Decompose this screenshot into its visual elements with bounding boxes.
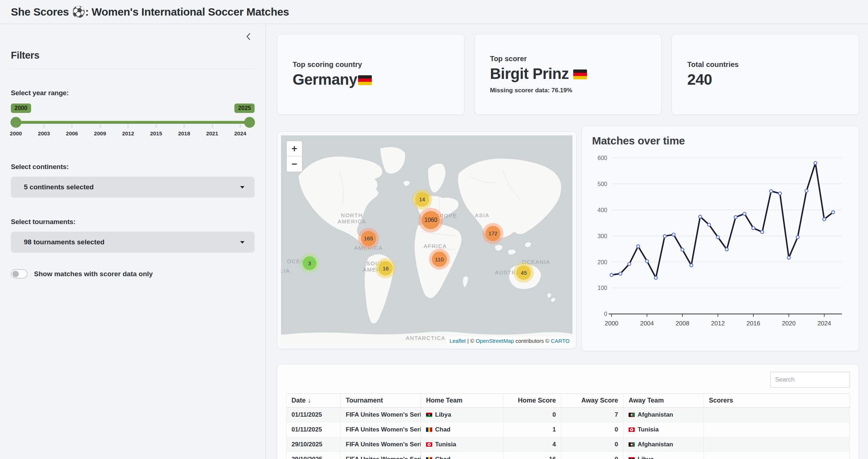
svg-text:100: 100 — [597, 285, 607, 291]
carto-link[interactable]: CARTO — [551, 338, 570, 344]
map-cluster-165[interactable]: 165 — [358, 228, 379, 249]
table-row: 01/11/2025FIFA Unites Women's SeriesChad… — [286, 422, 850, 437]
filters-title: Filters — [11, 50, 255, 61]
toggle-knob — [12, 271, 19, 277]
slider-tick-label: 2021 — [206, 130, 218, 136]
map-card: + − 14106016517211016345 NORTH AMERICAEU… — [277, 131, 576, 349]
svg-text:500: 500 — [597, 181, 607, 187]
top-scoring-country-value: Germany — [293, 71, 357, 88]
table-row: 29/10/2025FIFA Unites Women's SeriesTuni… — [286, 437, 850, 452]
chad-flag-icon — [426, 457, 432, 459]
chart-title: Matches over time — [592, 135, 848, 147]
table-row: 29/10/2025FIFA Unites Women's SeriesChad… — [286, 452, 850, 459]
slider-tick — [128, 125, 128, 128]
map-cluster-14[interactable]: 14 — [412, 189, 432, 210]
app-header: She Scores ⚽: Women's International Socc… — [0, 0, 868, 24]
cluster-count: 1060 — [422, 211, 440, 229]
slider-tick — [72, 125, 72, 128]
map-cluster-172[interactable]: 172 — [482, 223, 503, 244]
openstreetmap-link[interactable]: OpenStreetMap — [476, 338, 514, 344]
top-scorer-card: Top scorer Birgit Prinz Missing scorer d… — [475, 34, 662, 115]
cluster-count: 172 — [485, 226, 501, 241]
missing-scorer-note: Missing scorer data: 76.19% — [490, 87, 661, 94]
map-continent-label: ASIA — [475, 212, 489, 218]
stat-value: Germany — [293, 71, 464, 88]
sidebar-collapse-button[interactable] — [244, 32, 253, 41]
map-cluster-110[interactable]: 110 — [429, 249, 450, 270]
year-from-badge: 2000 — [11, 104, 31, 113]
cluster-count: 14 — [415, 192, 429, 207]
tournaments-label: Select tournaments: — [11, 218, 255, 226]
filters-sidebar: Filters Select year range: 2000 2025 200… — [0, 24, 266, 459]
column-header-away-score[interactable]: Away Score — [561, 394, 624, 408]
main-content: Top scoring country Germany Top scorer B… — [266, 24, 868, 459]
matches-table-card: Date↓TournamentHome TeamHome ScoreAway S… — [277, 364, 859, 459]
svg-text:2012: 2012 — [711, 320, 725, 327]
map-continent-label: NORTH AMERICA — [337, 212, 366, 224]
continents-select[interactable]: 5 continents selected — [11, 177, 255, 198]
stat-label: Top scoring country — [293, 60, 464, 69]
map-zoom-out-button[interactable]: − — [287, 156, 302, 172]
leaflet-link[interactable]: Leaflet — [450, 338, 466, 344]
svg-text:2004: 2004 — [640, 320, 654, 327]
map-cluster-16[interactable]: 16 — [375, 258, 396, 278]
year-range-label: Select year range: — [11, 89, 255, 97]
svg-text:200: 200 — [597, 259, 607, 265]
search-input[interactable] — [770, 372, 850, 388]
tournaments-select[interactable]: 98 tournaments selected — [11, 232, 255, 253]
slider-tick — [212, 125, 212, 128]
tournaments-select-value: 98 tournaments selected — [24, 238, 105, 246]
continents-label: Select continents: — [11, 163, 255, 171]
map-cluster-3[interactable]: 3 — [300, 253, 319, 273]
column-header-scorers[interactable]: Scorers — [704, 394, 850, 408]
chad-flag-icon — [426, 428, 432, 432]
table-row: 01/11/2025FIFA Unites Women's SeriesLiby… — [286, 408, 850, 422]
slider-track[interactable]: 200020032006200920122015201820212024 — [16, 121, 250, 124]
slider-tick-label: 2006 — [66, 130, 78, 136]
cluster-count: 165 — [361, 231, 376, 246]
svg-text:2000: 2000 — [605, 320, 618, 327]
slider-handle-to[interactable] — [244, 117, 255, 128]
germany-flag-icon — [358, 75, 372, 85]
map-cluster-1060[interactable]: 1060 — [418, 208, 443, 232]
svg-text:2020: 2020 — [782, 320, 796, 327]
tunisia-flag-icon — [629, 428, 635, 432]
world-map[interactable]: + − 14106016517211016345 NORTH AMERICAEU… — [281, 135, 573, 345]
matches-table: Date↓TournamentHome TeamHome ScoreAway S… — [286, 393, 850, 459]
column-header-date[interactable]: Date↓ — [286, 394, 341, 408]
tunisia-flag-icon — [426, 442, 432, 447]
column-header-home-score[interactable]: Home Score — [503, 394, 561, 408]
top-scorer-value: Birgit Prinz — [490, 65, 569, 83]
map-cluster-45[interactable]: 45 — [514, 262, 534, 283]
libya-flag-icon — [426, 413, 432, 417]
slider-tick — [100, 125, 100, 128]
afghanistan-flag-icon — [629, 442, 635, 447]
slider-tick — [184, 125, 184, 128]
svg-text:300: 300 — [597, 233, 607, 239]
svg-text:400: 400 — [597, 207, 607, 213]
sort-desc-icon: ↓ — [308, 397, 311, 404]
caret-down-icon — [240, 241, 244, 244]
slider-tick-label: 2009 — [94, 130, 106, 136]
map-continent-label: LIA — [281, 267, 290, 273]
cluster-count: 110 — [432, 252, 447, 267]
stat-label: Top scorer — [490, 55, 661, 63]
map-zoom-in-button[interactable]: + — [287, 141, 302, 156]
world-map-land — [281, 135, 573, 345]
scorer-data-toggle[interactable] — [11, 269, 27, 278]
stat-label: Total countries — [687, 60, 859, 69]
year-to-badge: 2025 — [234, 104, 255, 113]
column-header-home-team[interactable]: Home Team — [421, 394, 503, 408]
svg-text:2008: 2008 — [676, 320, 689, 327]
total-countries-card: Total countries 240 — [672, 34, 859, 115]
slider-tick-label: 2003 — [38, 130, 50, 136]
continents-select-value: 5 continents selected — [24, 183, 94, 191]
column-header-away-team[interactable]: Away Team — [624, 394, 704, 408]
slider-tick-label: 2012 — [122, 130, 134, 136]
matches-table-body: 01/11/2025FIFA Unites Women's SeriesLiby… — [286, 408, 850, 459]
map-continent-label: AFRICA — [424, 243, 447, 249]
svg-text:0: 0 — [604, 311, 607, 317]
column-header-tournament[interactable]: Tournament — [341, 394, 421, 408]
divider — [11, 68, 255, 69]
slider-tick-label: 2018 — [178, 130, 190, 136]
